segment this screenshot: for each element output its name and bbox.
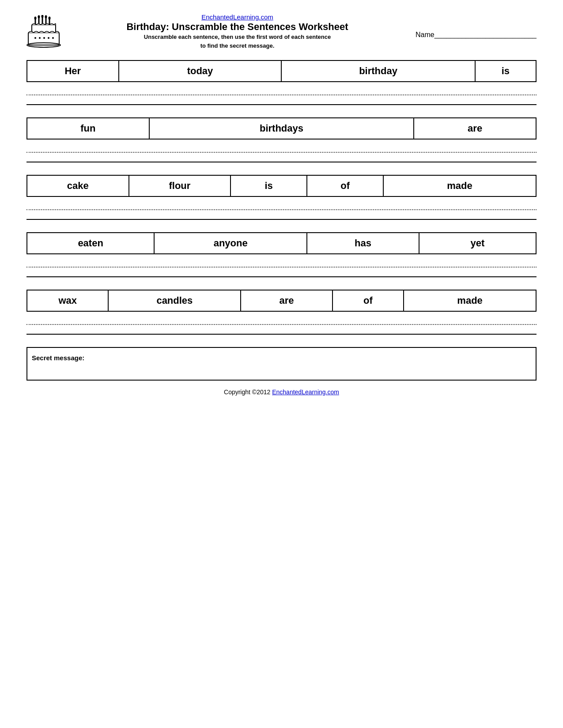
word-cell: of — [307, 175, 383, 196]
word-cell: are — [241, 290, 333, 311]
svg-point-9 — [49, 17, 51, 20]
write-lines-2 — [26, 144, 537, 162]
sentence-block-3: cake flour is of made — [26, 175, 537, 220]
svg-point-15 — [43, 37, 45, 39]
word-cell: of — [333, 290, 404, 311]
site-link[interactable]: EnchantedLearning.com — [201, 13, 273, 21]
sentence-block-5: wax candles are of made — [26, 290, 537, 335]
page-subtitle: Unscramble each sentence, then use the f… — [68, 33, 407, 50]
word-table-3: cake flour is of made — [26, 175, 537, 197]
page-title: Birthday: Unscramble the Sentences Works… — [68, 21, 407, 33]
write-lines-4 — [26, 259, 537, 277]
dotted-line — [26, 201, 537, 210]
svg-point-17 — [52, 37, 54, 39]
solid-line — [26, 156, 537, 162]
svg-point-7 — [42, 15, 44, 18]
footer-site-link[interactable]: EnchantedLearning.com — [272, 389, 339, 396]
dotted-line — [26, 316, 537, 325]
svg-point-16 — [48, 37, 49, 39]
page-footer: Copyright ©2012 EnchantedLearning.com — [26, 389, 537, 396]
dotted-line — [26, 144, 537, 153]
write-lines-3 — [26, 201, 537, 220]
solid-line — [26, 271, 537, 277]
word-cell: has — [307, 233, 419, 254]
word-cell: eaten — [27, 233, 154, 254]
word-cell: anyone — [154, 233, 307, 254]
header-text-block: EnchantedLearning.com Birthday: Unscramb… — [68, 13, 407, 50]
write-lines-5 — [26, 316, 537, 335]
name-field-area: Name__________________________ — [416, 31, 537, 39]
svg-point-5 — [34, 17, 37, 20]
word-cell: Her — [27, 60, 119, 82]
word-cell: is — [230, 175, 307, 196]
word-table-4: eaten anyone has yet — [26, 232, 537, 254]
word-cell: birthdays — [149, 118, 414, 139]
write-lines-1 — [26, 87, 537, 105]
word-cell: yet — [419, 233, 536, 254]
svg-point-6 — [38, 15, 40, 19]
word-cell: are — [414, 118, 536, 139]
solid-line — [26, 214, 537, 220]
sentence-block-4: eaten anyone has yet — [26, 232, 537, 277]
word-cell: today — [119, 60, 282, 82]
word-cell: is — [475, 60, 536, 82]
secret-message-box: Secret message: — [26, 347, 537, 381]
sentence-block-2: fun birthdays are — [26, 117, 537, 162]
name-label: Name — [416, 31, 435, 38]
word-cell: fun — [27, 118, 149, 139]
word-cell: wax — [27, 290, 108, 311]
word-cell: candles — [108, 290, 241, 311]
copyright-text: Copyright — [224, 389, 250, 396]
word-cell: made — [404, 290, 536, 311]
copyright-year: ©2012 — [252, 389, 270, 396]
svg-point-13 — [34, 37, 36, 39]
word-cell: flour — [129, 175, 231, 196]
word-table-5: wax candles are of made — [26, 290, 537, 312]
word-table-2: fun birthdays are — [26, 117, 537, 140]
solid-line — [26, 99, 537, 105]
page-header: EnchantedLearning.com Birthday: Unscramb… — [26, 13, 537, 52]
cake-illustration — [26, 15, 62, 52]
dotted-line — [26, 87, 537, 95]
dotted-line — [26, 259, 537, 268]
svg-point-8 — [45, 15, 47, 19]
word-cell: made — [383, 175, 536, 196]
word-cell: cake — [27, 175, 129, 196]
solid-line — [26, 328, 537, 335]
svg-point-14 — [39, 37, 41, 39]
word-table-1: Her today birthday is — [26, 60, 537, 82]
sentence-block-1: Her today birthday is — [26, 60, 537, 105]
word-cell: birthday — [281, 60, 475, 82]
secret-message-label: Secret message: — [32, 354, 84, 362]
worksheet-content: Her today birthday is fun birthdays are — [26, 60, 537, 381]
